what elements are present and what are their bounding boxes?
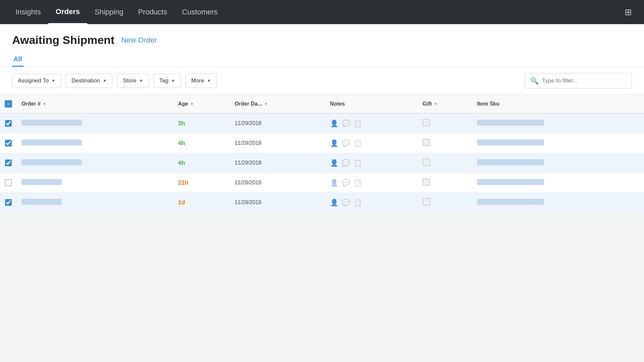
- row-order-num[interactable]: [17, 193, 173, 213]
- clip-icon[interactable]: 📋: [354, 159, 362, 167]
- row-checkbox[interactable]: [5, 160, 12, 166]
- th-order-date[interactable]: Order Da... ▼: [230, 95, 325, 113]
- filter-bar: Assigned To ▼ Destination ▼ Store ▼ Tag …: [0, 67, 644, 95]
- new-order-link[interactable]: New Order: [121, 36, 157, 45]
- th-notes: Notes: [325, 95, 418, 113]
- clip-icon[interactable]: 📋: [354, 119, 362, 127]
- person-icon[interactable]: 👤: [330, 159, 338, 167]
- age-value: 1d: [178, 199, 185, 206]
- person-icon[interactable]: 👤: [330, 179, 338, 187]
- row-item-sku: [472, 113, 644, 133]
- th-age[interactable]: Age ▼: [173, 95, 230, 113]
- row-order-date: 11/28/2018: [230, 173, 325, 193]
- nav-item-customers[interactable]: Customers: [174, 0, 225, 24]
- row-gift: [418, 133, 473, 153]
- row-checkbox-cell: [0, 113, 17, 133]
- bubble-icon[interactable]: 💬: [342, 139, 350, 147]
- row-order-num[interactable]: [17, 153, 173, 173]
- table-row[interactable]: 3h11/29/2018👤💬📋: [0, 113, 644, 133]
- th-gift[interactable]: Gift ▼: [418, 95, 473, 113]
- gift-checkbox[interactable]: [423, 198, 430, 205]
- clip-icon[interactable]: 📋: [354, 139, 362, 147]
- row-checkbox-cell: [0, 173, 17, 193]
- navigation: Insights Orders Shipping Products Custom…: [0, 0, 644, 24]
- sort-icon: ▼: [190, 102, 194, 106]
- chevron-down-icon: ▼: [139, 78, 143, 83]
- row-checkbox-cell: [0, 193, 17, 213]
- person-icon[interactable]: 👤: [330, 139, 338, 147]
- nav-item-insights[interactable]: Insights: [8, 0, 48, 24]
- row-age: 1d: [173, 193, 230, 213]
- sku-placeholder: [477, 179, 544, 185]
- filter-tag[interactable]: Tag ▼: [154, 74, 181, 88]
- row-order-date: 11/29/2018: [230, 133, 325, 153]
- sku-placeholder: [477, 139, 544, 145]
- sku-placeholder: [477, 120, 544, 126]
- order-num-placeholder: [21, 159, 82, 165]
- order-num-placeholder: [21, 120, 82, 126]
- sku-placeholder: [477, 159, 544, 165]
- sort-icon: ▼: [434, 102, 437, 106]
- tab-all[interactable]: All: [12, 53, 23, 67]
- sort-icon: ▼: [43, 102, 46, 106]
- age-value: 21h: [178, 179, 189, 186]
- order-num-placeholder: [21, 199, 62, 205]
- gift-checkbox[interactable]: [423, 178, 430, 186]
- row-order-date: 11/29/2018: [230, 153, 325, 173]
- age-value: 4h: [178, 140, 185, 146]
- page-header: Awaiting Shipment New Order All: [0, 24, 644, 67]
- row-order-num[interactable]: [17, 113, 173, 133]
- nav-item-shipping[interactable]: Shipping: [87, 0, 131, 24]
- row-notes: 👤💬📋: [325, 153, 418, 173]
- table-row[interactable]: 21h11/28/2018👤💬📋: [0, 173, 644, 193]
- table-row[interactable]: 1d11/28/2018👤💬📋: [0, 193, 644, 213]
- row-checkbox[interactable]: [5, 179, 12, 186]
- row-order-date: 11/28/2018: [230, 193, 325, 213]
- th-order-num[interactable]: Order # ▼: [17, 95, 173, 113]
- gift-checkbox[interactable]: [423, 159, 430, 166]
- person-icon[interactable]: 👤: [330, 119, 338, 127]
- person-icon[interactable]: 👤: [330, 198, 338, 206]
- row-notes: 👤💬📋: [325, 113, 418, 133]
- table-row[interactable]: 4h11/29/2018👤💬📋: [0, 153, 644, 173]
- table-row[interactable]: 4h11/29/2018👤💬📋: [0, 133, 644, 153]
- sort-icon: ▼: [264, 102, 268, 106]
- th-checkbox: −: [0, 95, 17, 113]
- row-checkbox[interactable]: [5, 199, 12, 206]
- bubble-icon[interactable]: 💬: [342, 198, 350, 206]
- gift-checkbox[interactable]: [423, 119, 430, 126]
- filter-store[interactable]: Store ▼: [117, 74, 149, 88]
- filter-destination[interactable]: Destination ▼: [66, 74, 112, 88]
- row-order-num[interactable]: [17, 173, 173, 193]
- master-checkbox[interactable]: −: [5, 100, 12, 108]
- row-checkbox-cell: [0, 133, 17, 153]
- sku-placeholder: [477, 199, 544, 205]
- nav-item-orders[interactable]: Orders: [48, 0, 87, 24]
- row-age: 21h: [173, 173, 230, 193]
- bubble-icon[interactable]: 💬: [342, 179, 350, 187]
- orders-table: − Order # ▼ Age ▼: [0, 95, 644, 213]
- row-order-num[interactable]: [17, 133, 173, 153]
- row-checkbox-cell: [0, 153, 17, 173]
- clip-icon[interactable]: 📋: [354, 198, 362, 206]
- filter-more[interactable]: More ▼: [185, 74, 217, 88]
- row-item-sku: [472, 153, 644, 173]
- row-age: 3h: [173, 113, 230, 133]
- orders-table-wrapper: − Order # ▼ Age ▼: [0, 95, 644, 213]
- filter-assigned-to[interactable]: Assigned To ▼: [12, 74, 61, 88]
- table-header-row: − Order # ▼ Age ▼: [0, 95, 644, 113]
- gift-checkbox[interactable]: [423, 139, 430, 146]
- search-box: 🔍: [525, 73, 632, 88]
- bubble-icon[interactable]: 💬: [342, 159, 350, 167]
- row-age: 4h: [173, 133, 230, 153]
- search-input[interactable]: [542, 77, 626, 84]
- clip-icon[interactable]: 📋: [354, 179, 362, 187]
- calculator-icon[interactable]: ⊞: [621, 7, 636, 17]
- row-checkbox[interactable]: [5, 120, 12, 127]
- nav-item-products[interactable]: Products: [131, 0, 175, 24]
- bubble-icon[interactable]: 💬: [342, 119, 350, 127]
- th-item-sku: Item Sku: [472, 95, 644, 113]
- search-icon: 🔍: [530, 77, 539, 85]
- row-age: 4h: [173, 153, 230, 173]
- row-checkbox[interactable]: [5, 140, 12, 146]
